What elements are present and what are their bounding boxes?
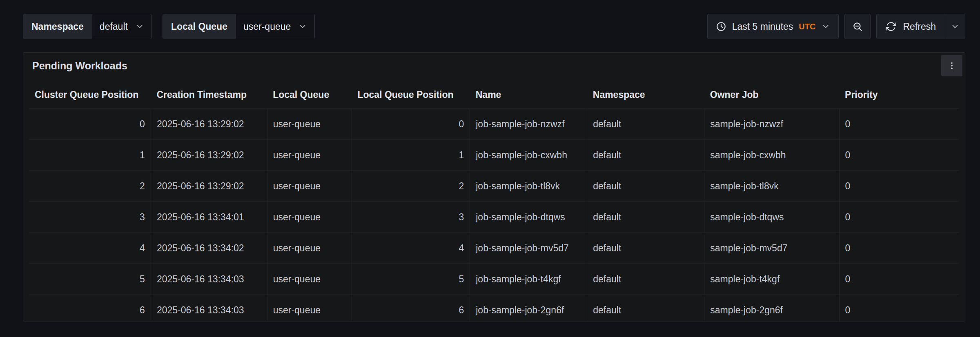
table-cell: user-queue xyxy=(267,171,352,202)
table-cell: 4 xyxy=(29,233,151,264)
clock-icon xyxy=(716,21,726,32)
column-header[interactable]: Local Queue Position xyxy=(352,79,470,109)
panel-menu-button[interactable] xyxy=(941,55,962,76)
column-header[interactable]: Name xyxy=(470,79,587,109)
table-row: 12025-06-16 13:29:02user-queue1job-sampl… xyxy=(29,140,959,171)
time-range-picker[interactable]: Last 5 minutes UTC xyxy=(707,14,839,39)
table-cell: 2025-06-16 13:29:02 xyxy=(151,109,267,140)
namespace-variable-select[interactable]: default xyxy=(92,14,151,39)
time-range-label: Last 5 minutes xyxy=(732,21,793,32)
table-cell: job-sample-job-tl8vk xyxy=(470,171,587,202)
table-cell: job-sample-job-mv5d7 xyxy=(470,233,587,264)
chevron-down-icon xyxy=(951,22,960,31)
table-cell: sample-job-2gn6f xyxy=(704,295,839,322)
table-header-row: Cluster Queue PositionCreation Timestamp… xyxy=(29,79,959,109)
timezone-label: UTC xyxy=(799,22,815,31)
chevron-down-icon xyxy=(821,22,830,31)
panel-title[interactable]: Pending Workloads xyxy=(32,60,127,72)
column-header[interactable]: Local Queue xyxy=(267,79,352,109)
namespace-variable-label: Namespace xyxy=(23,14,92,39)
table-cell: default xyxy=(587,171,704,202)
namespace-variable: Namespace default xyxy=(23,14,152,39)
table-cell: sample-job-mv5d7 xyxy=(704,233,839,264)
table-cell: default xyxy=(587,109,704,140)
table-cell: 0 xyxy=(352,109,470,140)
table-cell: 1 xyxy=(352,140,470,171)
table-cell: 3 xyxy=(352,202,470,233)
zoom-out-button[interactable] xyxy=(844,14,871,39)
refresh-interval-dropdown[interactable] xyxy=(945,14,965,39)
dashboard-toolbar: Namespace default Local Queue user-queue xyxy=(23,14,965,39)
table-cell: 0 xyxy=(839,140,959,171)
table-cell: user-queue xyxy=(267,295,352,322)
table-cell: 2025-06-16 13:34:01 xyxy=(151,202,267,233)
table-cell: user-queue xyxy=(267,140,352,171)
table-cell: 5 xyxy=(352,264,470,295)
table-cell: user-queue xyxy=(267,202,352,233)
table-cell: 2025-06-16 13:29:02 xyxy=(151,171,267,202)
local-queue-variable: Local Queue user-queue xyxy=(163,14,315,39)
panel-header: Pending Workloads xyxy=(23,53,965,79)
namespace-variable-value: default xyxy=(100,21,128,32)
kebab-menu-icon xyxy=(947,61,956,70)
local-queue-variable-select[interactable]: user-queue xyxy=(236,14,314,39)
table-cell: 2025-06-16 13:34:02 xyxy=(151,233,267,264)
table-cell: sample-job-nzwzf xyxy=(704,109,839,140)
dashboard: Namespace default Local Queue user-queue xyxy=(0,0,980,337)
table-cell: 4 xyxy=(352,233,470,264)
table-cell: default xyxy=(587,233,704,264)
table-cell: job-sample-job-cxwbh xyxy=(470,140,587,171)
table-cell: sample-job-dtqws xyxy=(704,202,839,233)
table-body: 02025-06-16 13:29:02user-queue0job-sampl… xyxy=(29,109,959,322)
column-header[interactable]: Priority xyxy=(839,79,959,109)
table-cell: 5 xyxy=(29,264,151,295)
table-cell: 0 xyxy=(29,109,151,140)
table-cell: sample-job-t4kgf xyxy=(704,264,839,295)
local-queue-variable-label: Local Queue xyxy=(163,14,236,39)
table-cell: 6 xyxy=(29,295,151,322)
refresh-button-label: Refresh xyxy=(903,21,936,32)
table-cell: job-sample-job-dtqws xyxy=(470,202,587,233)
column-header[interactable]: Owner Job xyxy=(704,79,839,109)
column-header[interactable]: Cluster Queue Position xyxy=(29,79,151,109)
table-cell: job-sample-job-2gn6f xyxy=(470,295,587,322)
table-row: 02025-06-16 13:29:02user-queue0job-sampl… xyxy=(29,109,959,140)
table-cell: 6 xyxy=(352,295,470,322)
table-cell: sample-job-tl8vk xyxy=(704,171,839,202)
table-panel-body: Cluster Queue PositionCreation Timestamp… xyxy=(23,79,965,321)
local-queue-variable-value: user-queue xyxy=(243,21,291,32)
table-cell: default xyxy=(587,264,704,295)
chevron-down-icon xyxy=(298,22,307,31)
table-cell: user-queue xyxy=(267,264,352,295)
table-row: 22025-06-16 13:29:02user-queue2job-sampl… xyxy=(29,171,959,202)
table-cell: 2 xyxy=(29,171,151,202)
refresh-button[interactable]: Refresh xyxy=(877,14,945,39)
table-row: 62025-06-16 13:34:03user-queue6job-sampl… xyxy=(29,295,959,322)
table-cell: 0 xyxy=(839,171,959,202)
table-cell: job-sample-job-t4kgf xyxy=(470,264,587,295)
table-cell: 2 xyxy=(352,171,470,202)
time-controls: Last 5 minutes UTC Refresh xyxy=(707,14,965,39)
chevron-down-icon xyxy=(135,22,144,31)
zoom-out-icon xyxy=(852,21,863,32)
table-cell: 0 xyxy=(839,264,959,295)
table-cell: default xyxy=(587,140,704,171)
table-cell: 0 xyxy=(839,233,959,264)
refresh-icon xyxy=(886,21,896,32)
column-header[interactable]: Creation Timestamp xyxy=(151,79,267,109)
table-cell: default xyxy=(587,202,704,233)
variable-controls: Namespace default Local Queue user-queue xyxy=(23,14,315,39)
table-row: 32025-06-16 13:34:01user-queue3job-sampl… xyxy=(29,202,959,233)
column-header[interactable]: Namespace xyxy=(587,79,704,109)
table-cell: default xyxy=(587,295,704,322)
table-cell: 1 xyxy=(29,140,151,171)
table-cell: 2025-06-16 13:34:03 xyxy=(151,264,267,295)
table-row: 52025-06-16 13:34:03user-queue5job-sampl… xyxy=(29,264,959,295)
table-cell: 3 xyxy=(29,202,151,233)
table-cell: job-sample-job-nzwzf xyxy=(470,109,587,140)
table-cell: 2025-06-16 13:29:02 xyxy=(151,140,267,171)
table-cell: user-queue xyxy=(267,109,352,140)
table-cell: 2025-06-16 13:34:03 xyxy=(151,295,267,322)
table-cell: 0 xyxy=(839,202,959,233)
table-cell: user-queue xyxy=(267,233,352,264)
